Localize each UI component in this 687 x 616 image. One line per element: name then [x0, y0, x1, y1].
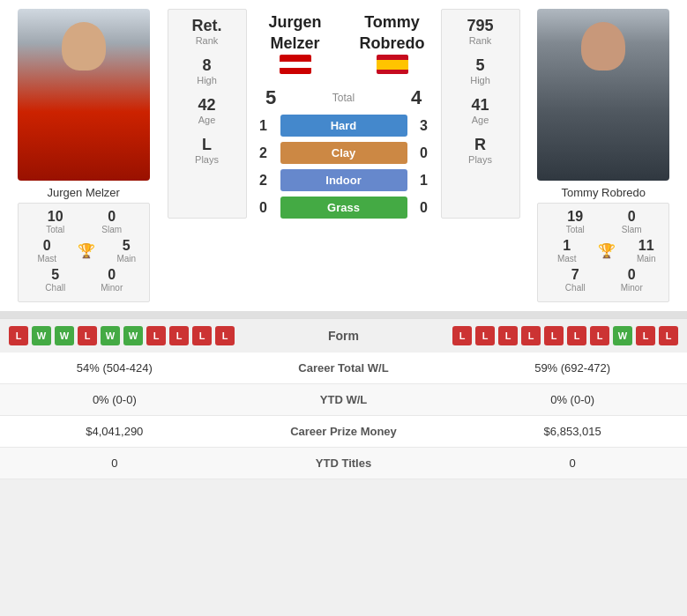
left-high-item: 8 High [197, 56, 217, 85]
form-badge-w: W [123, 326, 143, 345]
right-main-stat: 11 Main [626, 238, 666, 263]
left-trophy-icon-cell: 🏆 [67, 242, 107, 259]
right-trophy-icon-cell: 🏆 [586, 242, 626, 259]
stat-center-label: Career Prize Money [229, 416, 459, 448]
total-label: Total [287, 92, 401, 104]
right-trophy-icon: 🏆 [598, 242, 616, 259]
right-plays-label: Plays [468, 154, 492, 165]
form-badge-l: L [146, 326, 166, 345]
right-age-item: 41 Age [471, 96, 489, 125]
surface-left-num: 0 [251, 200, 276, 216]
form-badge-l: L [475, 326, 495, 345]
right-mast-label: Mast [557, 254, 577, 263]
left-plays-label: Plays [195, 154, 219, 165]
surface-row-clay: 2 Clay 0 [251, 142, 437, 164]
surface-right-num: 0 [412, 200, 437, 216]
right-name-line1: Tommy [348, 13, 437, 32]
surface-left-num: 2 [251, 173, 276, 189]
form-badge-l: L [659, 326, 678, 345]
right-chall-stat: 7 Chall [556, 267, 595, 293]
form-badge-w: W [55, 326, 74, 345]
form-badge-l: L [567, 326, 586, 345]
form-badge-w: W [101, 326, 120, 345]
left-age-value: 42 [198, 96, 215, 115]
right-rank-value: 795 [467, 17, 493, 35]
right-player-stats: 19 Total 0 Slam 1 Mast 🏆 [537, 203, 669, 302]
left-minor-label: Minor [101, 283, 123, 293]
surface-row-indoor: 2 Indoor 1 [251, 169, 437, 191]
left-mast-value: 0 [43, 238, 51, 254]
left-age-item: 42 Age [198, 96, 215, 125]
stat-right-value: 0 [458, 448, 687, 479]
stat-left-value: $4,041,290 [0, 416, 229, 448]
right-plays-item: R Plays [468, 136, 492, 165]
right-minor-label: Minor [621, 283, 643, 293]
left-total-num: 5 [256, 86, 287, 109]
right-chall-label: Chall [565, 283, 586, 293]
stats-row: 54% (504-424) Career Total W/L 59% (692-… [0, 353, 687, 384]
right-minor-stat: 0 Minor [612, 267, 652, 293]
surface-row-grass: 0 Grass 0 [251, 197, 437, 219]
right-name-line2: Robredo [348, 34, 437, 53]
left-chall-stat: 5 Chall [35, 267, 75, 293]
surface-left-num: 2 [251, 145, 276, 161]
right-player-name: Tommy Robredo [562, 186, 646, 199]
form-label: Form [242, 329, 445, 343]
left-rank-item: Ret. Rank [191, 17, 221, 46]
surface-right-num: 0 [412, 145, 437, 161]
stat-center-label: YTD W/L [229, 384, 459, 416]
left-plays-item: L Plays [195, 136, 219, 165]
surface-left-num: 1 [251, 118, 276, 134]
right-player-name-top: Tommy Robredo [348, 13, 437, 74]
left-rank-label: Rank [196, 35, 219, 46]
stat-right-value: 59% (692-472) [458, 353, 687, 384]
right-age-value: 41 [471, 96, 489, 115]
stat-left-value: 54% (504-424) [0, 353, 229, 384]
surface-badge-clay: Clay [280, 142, 407, 164]
form-section: LWWLWWLLLL Form LLLLLLLWLL [0, 318, 687, 353]
right-high-item: 5 High [470, 56, 490, 85]
form-badge-l: L [498, 326, 518, 345]
total-row: 5 Total 4 [256, 86, 432, 109]
left-main-stat: 5 Main [107, 238, 146, 263]
left-total-value: 10 [48, 209, 63, 225]
right-mid-box: 795 Rank 5 High 41 Age R Plays [441, 9, 520, 219]
right-player-area: Tommy Robredo 19 Total 0 Slam 1 Mast [529, 9, 679, 302]
right-total-value: 19 [567, 209, 583, 225]
left-main-value: 5 [123, 238, 131, 254]
right-high-label: High [470, 75, 490, 85]
left-mid-box: Ret. Rank 8 High 42 Age L Plays [168, 9, 247, 219]
right-main-value: 11 [638, 238, 654, 254]
right-player-photo [537, 9, 669, 181]
right-total-label: Total [566, 225, 585, 234]
right-form-badges: LLLLLLLWLL [452, 326, 678, 345]
left-player-name: Jurgen Melzer [48, 186, 120, 199]
top-section: Jurgen Melzer 10 Total 0 Slam 0 Mast [0, 0, 687, 311]
left-slam-label: Slam [101, 225, 122, 234]
form-badge-w: W [32, 326, 51, 345]
right-flag [377, 55, 408, 74]
section-divider [0, 311, 687, 318]
right-plays-value: R [474, 136, 486, 154]
left-age-label: Age [198, 115, 216, 125]
left-player-stats: 10 Total 0 Slam 0 Mast 🏆 [18, 203, 150, 302]
right-total-stat: 19 Total [556, 209, 595, 234]
right-total-num: 4 [401, 86, 432, 109]
left-high-label: High [197, 75, 217, 85]
right-age-label: Age [472, 115, 489, 125]
left-chall-minor-row: 5 Chall 0 Minor [27, 267, 140, 293]
stat-right-value: $6,853,015 [458, 416, 687, 448]
left-trophy-icon: 🏆 [78, 242, 95, 259]
surface-right-num: 3 [412, 118, 437, 134]
right-rank-item: 795 Rank [467, 17, 493, 46]
left-flag [280, 55, 311, 74]
left-form-badges: LWWLWWLLLL [9, 326, 235, 345]
center-main: Jurgen Melzer Tommy Robredo [251, 9, 437, 219]
right-chall-value: 7 [571, 267, 579, 283]
right-high-value: 5 [475, 56, 484, 75]
stats-table: 54% (504-424) Career Total W/L 59% (692-… [0, 353, 687, 479]
stat-right-value: 0% (0-0) [458, 384, 687, 416]
right-mast-stat: 1 Mast [547, 238, 586, 263]
surface-row-hard: 1 Hard 3 [251, 115, 437, 137]
right-slam-value: 0 [628, 209, 636, 225]
